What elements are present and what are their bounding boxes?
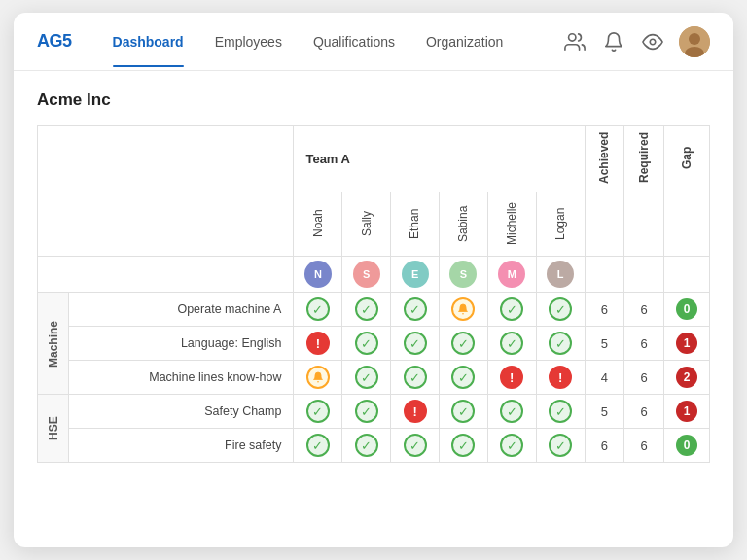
skill-label: Fire safety — [69, 429, 294, 463]
col-header-achieved: Achieved — [585, 126, 624, 192]
check-icon: ✓ — [549, 434, 572, 457]
employee-name-label: Noah — [311, 194, 325, 253]
status-cell: ✓ — [439, 429, 487, 463]
nav-item-organization[interactable]: Organization — [412, 26, 516, 57]
achieved-cell: 6 — [585, 293, 624, 327]
employee-avatar-cell: M — [487, 257, 536, 293]
nav: DashboardEmployeesQualificationsOrganiza… — [99, 26, 562, 57]
check-icon: ✓ — [549, 332, 572, 355]
status-cell: ✓ — [391, 429, 440, 463]
gap-cell: 0 — [664, 429, 710, 463]
status-cell: ✓ — [342, 327, 391, 361]
check-icon: ✓ — [404, 366, 427, 389]
required-cell: 6 — [624, 293, 664, 327]
skill-label: Machine lines know-how — [69, 361, 294, 395]
skill-label: Language: English — [69, 327, 294, 361]
status-cell: ✓ — [342, 429, 391, 463]
nav-item-employees[interactable]: Employees — [201, 26, 296, 57]
users-icon[interactable] — [562, 29, 587, 54]
status-cell: ! — [487, 361, 536, 395]
check-icon: ✓ — [404, 298, 427, 321]
status-cell: ✓ — [294, 395, 342, 429]
status-cell: ✓ — [439, 395, 487, 429]
employee-avatar-cell: N — [294, 257, 342, 293]
nav-item-qualifications[interactable]: Qualifications — [300, 26, 409, 57]
category-label: HSE — [47, 416, 60, 440]
employee-name-cell: Sabina — [439, 192, 487, 257]
status-cell: ✓ — [439, 361, 487, 395]
bell-status-icon — [306, 366, 330, 389]
check-icon: ✓ — [306, 400, 330, 423]
check-icon: ✓ — [355, 366, 378, 389]
eye-icon[interactable] — [640, 29, 665, 54]
check-icon: ✓ — [355, 434, 378, 457]
org-title: Acme Inc — [37, 90, 710, 110]
nav-item-dashboard[interactable]: Dashboard — [99, 26, 197, 57]
exclaim-icon: ! — [500, 366, 523, 389]
required-cell: 6 — [624, 361, 664, 395]
gap-cell: 1 — [664, 395, 710, 429]
check-icon: ✓ — [549, 298, 572, 321]
gap-cell: 1 — [664, 327, 710, 361]
bell-status-icon — [451, 298, 475, 321]
check-icon: ✓ — [500, 400, 523, 423]
svg-point-3 — [689, 33, 700, 45]
check-icon: ✓ — [451, 434, 475, 457]
employee-name-label: Sally — [360, 194, 374, 253]
employee-name-cell: Logan — [536, 192, 585, 257]
app-window: AG5 DashboardEmployeesQualificationsOrga… — [14, 13, 733, 547]
check-icon: ✓ — [451, 366, 475, 389]
employee-avatar: M — [498, 261, 525, 288]
employee-avatar: S — [353, 261, 380, 288]
employee-avatar: N — [304, 261, 332, 288]
gap-badge: 1 — [676, 332, 697, 354]
category-cell: HSE — [38, 395, 69, 463]
gap-cell: 0 — [664, 293, 710, 327]
employee-name-label: Sabina — [456, 194, 470, 253]
check-icon: ✓ — [355, 400, 378, 423]
check-icon: ✓ — [355, 332, 378, 355]
exclaim-icon: ! — [549, 366, 572, 389]
status-cell: ✓ — [536, 395, 585, 429]
col-header-gap: Gap — [664, 126, 710, 192]
employee-avatar-cell: L — [536, 257, 585, 293]
svg-point-0 — [569, 33, 576, 40]
header-icons — [562, 26, 710, 57]
gap-badge: 0 — [676, 298, 697, 320]
gap-cell: 2 — [664, 361, 710, 395]
employee-name-cell: Sally — [342, 192, 391, 257]
check-icon: ✓ — [549, 400, 572, 423]
col-header-required: Required — [624, 126, 664, 192]
check-icon: ✓ — [451, 332, 475, 355]
status-cell: ✓ — [391, 327, 440, 361]
status-cell: ✓ — [487, 293, 536, 327]
check-icon: ✓ — [500, 332, 523, 355]
check-icon: ✓ — [451, 400, 475, 423]
bell-icon[interactable] — [601, 29, 626, 54]
employee-name-cell: Ethan — [391, 192, 440, 257]
status-cell: ! — [391, 395, 440, 429]
user-avatar[interactable] — [679, 26, 710, 57]
header: AG5 DashboardEmployeesQualificationsOrga… — [14, 13, 733, 71]
status-cell — [294, 361, 342, 395]
check-icon: ✓ — [500, 434, 523, 457]
status-cell: ✓ — [487, 429, 536, 463]
employee-avatar-cell: S — [439, 257, 487, 293]
status-cell: ✓ — [536, 429, 585, 463]
status-cell: ✓ — [342, 395, 391, 429]
employee-name-label: Logan — [553, 194, 567, 253]
status-cell: ✓ — [536, 293, 585, 327]
status-cell: ! — [294, 327, 342, 361]
main-content: Acme Inc Team A Achieved Required Gap No… — [14, 71, 733, 547]
status-cell: ✓ — [294, 429, 342, 463]
exclaim-icon: ! — [404, 400, 427, 423]
status-cell: ✓ — [487, 327, 536, 361]
status-cell — [439, 293, 487, 327]
check-icon: ✓ — [306, 434, 330, 457]
skill-label: Operate machine A — [69, 293, 294, 327]
required-cell: 6 — [624, 395, 664, 429]
status-cell: ✓ — [439, 327, 487, 361]
skill-label: Safety Champ — [69, 395, 294, 429]
exclaim-icon: ! — [306, 332, 330, 355]
check-icon: ✓ — [404, 332, 427, 355]
